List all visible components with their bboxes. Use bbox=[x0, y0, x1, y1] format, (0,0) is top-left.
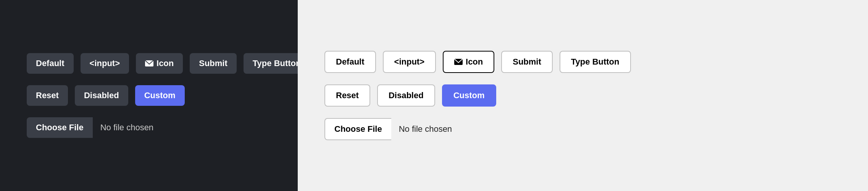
dark-reset-button[interactable]: Reset bbox=[27, 85, 68, 106]
light-file-input-wrapper: Choose File No file chosen bbox=[324, 118, 460, 140]
dark-row-2: Reset Disabled Custom bbox=[27, 85, 185, 106]
dark-default-button[interactable]: Default bbox=[27, 53, 74, 74]
dark-no-file-text: No file chosen bbox=[93, 117, 161, 138]
mail-icon bbox=[454, 59, 463, 65]
light-icon-button[interactable]: Icon bbox=[443, 51, 494, 73]
mail-icon bbox=[145, 60, 153, 66]
light-input-button[interactable]: <input> bbox=[383, 51, 436, 73]
light-panel: Default <input> Icon Submit Type Button … bbox=[298, 0, 868, 191]
light-submit-button[interactable]: Submit bbox=[501, 51, 553, 73]
dark-custom-button[interactable]: Custom bbox=[135, 85, 185, 106]
dark-icon-button-label: Icon bbox=[156, 58, 174, 68]
light-icon-button-label: Icon bbox=[466, 57, 483, 67]
light-choose-file-button[interactable]: Choose File bbox=[324, 118, 391, 140]
light-row-1: Default <input> Icon Submit Type Button bbox=[324, 51, 631, 73]
dark-file-input-wrapper: Choose File No file chosen bbox=[27, 117, 161, 138]
light-disabled-button[interactable]: Disabled bbox=[377, 84, 435, 107]
light-custom-button[interactable]: Custom bbox=[442, 84, 496, 107]
light-default-button[interactable]: Default bbox=[324, 51, 376, 73]
dark-choose-file-button[interactable]: Choose File bbox=[27, 117, 93, 138]
light-no-file-text: No file chosen bbox=[391, 119, 460, 139]
dark-panel: Default <input> Icon Submit Type Button … bbox=[0, 0, 298, 191]
dark-input-button[interactable]: <input> bbox=[81, 53, 129, 74]
light-type-button[interactable]: Type Button bbox=[560, 51, 631, 73]
dark-icon-button[interactable]: Icon bbox=[136, 53, 183, 74]
light-row-2: Reset Disabled Custom bbox=[324, 84, 496, 107]
dark-row-1: Default <input> Icon Submit Type Button bbox=[27, 53, 310, 74]
dark-submit-button[interactable]: Submit bbox=[190, 53, 237, 74]
dark-disabled-button[interactable]: Disabled bbox=[75, 85, 128, 106]
light-reset-button[interactable]: Reset bbox=[324, 84, 370, 107]
